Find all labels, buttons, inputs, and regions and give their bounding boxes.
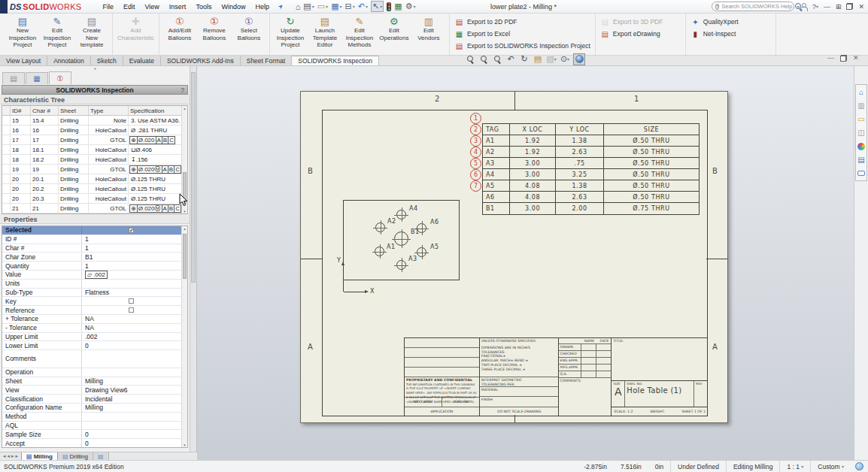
property-value-cell[interactable]: 0: [82, 439, 187, 447]
property-value-cell[interactable]: NA: [82, 315, 187, 323]
hide-show-items-icon[interactable]: ⊙▾: [560, 54, 570, 65]
col-type[interactable]: Type: [89, 106, 129, 115]
col-sheet[interactable]: Sheet: [59, 106, 89, 115]
comments-icon[interactable]: [857, 168, 866, 178]
property-value-cell[interactable]: B1: [82, 253, 187, 261]
ribbon-button[interactable]: New Inspection Project: [5, 15, 40, 50]
undo-icon[interactable]: ↶▾: [358, 2, 368, 11]
command-tab[interactable]: Sketch: [91, 56, 123, 65]
command-tab[interactable]: Sheet Format: [241, 56, 293, 65]
table-row[interactable]: 20 20.3 Drilling HoleCallout Ø.125 THRU: [2, 194, 187, 204]
properties-scrollbar[interactable]: ▴▾: [181, 226, 187, 447]
row-selector[interactable]: [2, 145, 11, 154]
minimize-button[interactable]: —: [824, 3, 830, 11]
inspection-balloon[interactable]: 4: [470, 147, 481, 158]
inspection-balloon[interactable]: 3: [470, 135, 481, 147]
zoom-area-icon[interactable]: [478, 54, 489, 65]
display-style-icon[interactable]: ▧▾: [546, 54, 557, 65]
menu-item[interactable]: Edit: [123, 3, 135, 11]
row-selector[interactable]: [2, 116, 11, 125]
save-icon[interactable]: ▦▾: [331, 2, 341, 11]
command-tab[interactable]: SOLIDWORKS Add-Ins: [161, 56, 241, 65]
add-sheet-tab[interactable]: ▤: [93, 452, 109, 460]
table-row[interactable]: 18 18.2 Drilling HoleCallout ↧.156: [2, 155, 187, 165]
help-menu[interactable]: ?▾: [812, 3, 818, 11]
menu-item[interactable]: Window: [221, 3, 245, 11]
table-row[interactable]: 19 19 Drilling GTOL ⊕Ø.020ⓂABC: [2, 165, 187, 174]
property-row[interactable]: + Tolerance NA: [2, 315, 187, 324]
property-value-cell[interactable]: Drawing View6: [82, 386, 187, 394]
table-row[interactable]: 21 21 Drilling GTOL ⊕Ø.020ⓂABC: [2, 204, 187, 213]
view-palette-icon[interactable]: ◫: [857, 128, 866, 138]
zoom-in-out-icon[interactable]: [492, 54, 502, 65]
print-icon[interactable]: ⊟▾: [345, 2, 355, 11]
tab-ballooning-icon[interactable]: ①: [49, 71, 71, 84]
appearances-icon[interactable]: [857, 141, 866, 151]
property-row[interactable]: Classification Incidental: [2, 395, 187, 404]
property-row[interactable]: - Tolerance NA: [2, 324, 187, 333]
stoplight-icon[interactable]: [387, 2, 391, 11]
command-tab[interactable]: Annotation: [47, 56, 91, 65]
doc-minimize-icon[interactable]: —: [827, 54, 834, 62]
property-row[interactable]: Quantity 1: [2, 262, 187, 271]
row-selector[interactable]: [2, 204, 11, 213]
hole-table-row[interactable]: A1 1.92 1.38 Ø.50 THRU: [483, 135, 699, 147]
options-gear-icon[interactable]: ⚙▾: [405, 2, 416, 11]
menu-item[interactable]: View: [145, 3, 159, 11]
panel-scroll-thumb[interactable]: [191, 72, 196, 283]
property-row[interactable]: Operation: [2, 368, 187, 377]
ribbon-button[interactable]: Export to 2D PDF: [453, 17, 519, 27]
inspection-balloon[interactable]: 6: [470, 169, 481, 180]
hole-table-row[interactable]: A3 3.00 .75 Ø.50 THRU: [483, 158, 699, 169]
ribbon-button[interactable]: Edit Inspection Methods: [342, 15, 377, 50]
sheet-tab[interactable]: ▤ Drilling: [58, 452, 93, 460]
inspection-balloon[interactable]: 7: [470, 180, 481, 192]
globe-icon[interactable]: [855, 462, 863, 470]
property-value-cell[interactable]: [82, 422, 187, 430]
table-row[interactable]: 15 15.4 Drilling Note 3. Use ASTM A36.: [2, 116, 187, 126]
hole-table-row[interactable]: A6 4.08 2.63 Ø.50 THRU: [483, 192, 699, 203]
property-checkbox[interactable]: [129, 307, 134, 313]
panel-grip[interactable]: [0, 66, 190, 71]
property-value-cell[interactable]: [82, 280, 187, 288]
hole-circle[interactable]: [396, 210, 406, 219]
redraw-icon[interactable]: ↻: [519, 54, 530, 65]
property-row[interactable]: ID # 1: [2, 235, 187, 244]
menu-item[interactable]: Help: [255, 3, 269, 11]
table-row[interactable]: 18 18.1 Drilling HoleCallout ⊔Ø.406: [2, 145, 187, 155]
hole-circle[interactable]: [417, 247, 426, 257]
property-row[interactable]: Selected: [2, 226, 187, 235]
property-row[interactable]: Char Zone B1: [2, 253, 187, 262]
ribbon-button[interactable]: Edit Inspection Project: [40, 15, 74, 50]
row-selector[interactable]: [2, 165, 11, 174]
panel-help-icon[interactable]: ?: [181, 86, 184, 94]
property-value-cell[interactable]: Incidental: [82, 395, 187, 403]
doc-restore-icon[interactable]: [840, 55, 847, 62]
row-selector[interactable]: [2, 194, 11, 203]
property-row[interactable]: Sample Size 0: [2, 430, 187, 439]
graphics-area[interactable]: 21 BBAA TAG X LOC Y LOC SIZE A1 1.92: [197, 66, 854, 460]
hole-circle[interactable]: [394, 231, 408, 246]
resources-icon[interactable]: ▥: [857, 101, 866, 110]
property-value-cell[interactable]: .002: [82, 333, 187, 341]
ribbon-button[interactable]: Launch Template Editor: [308, 15, 342, 50]
command-tab[interactable]: View Layout: [0, 56, 47, 65]
units-selector[interactable]: Custom ▾: [810, 461, 851, 472]
property-row[interactable]: Sub-Type Flatness: [2, 289, 187, 298]
home-icon[interactable]: ⌂: [857, 87, 866, 97]
inspection-balloon[interactable]: 5: [470, 158, 481, 169]
property-row[interactable]: Lower Limit 0: [2, 341, 187, 350]
col-char[interactable]: Char #: [31, 106, 59, 115]
row-selector[interactable]: [2, 184, 11, 193]
view-settings-button[interactable]: [573, 53, 585, 65]
property-row[interactable]: Accept 0: [2, 439, 187, 448]
ribbon-button[interactable]: Edit Operations: [377, 15, 411, 42]
property-value-cell[interactable]: [82, 297, 187, 305]
open-icon[interactable]: ▭▾: [317, 2, 328, 11]
scale-status[interactable]: 1 : 1 ▾: [779, 461, 810, 472]
new-document-icon[interactable]: ▤▾: [303, 2, 314, 11]
property-value-cell[interactable]: Milling: [82, 377, 187, 386]
sheet-properties-icon[interactable]: ▤: [533, 54, 543, 65]
ribbon-button[interactable]: Create New template: [74, 15, 109, 50]
property-value-cell[interactable]: [82, 413, 187, 421]
